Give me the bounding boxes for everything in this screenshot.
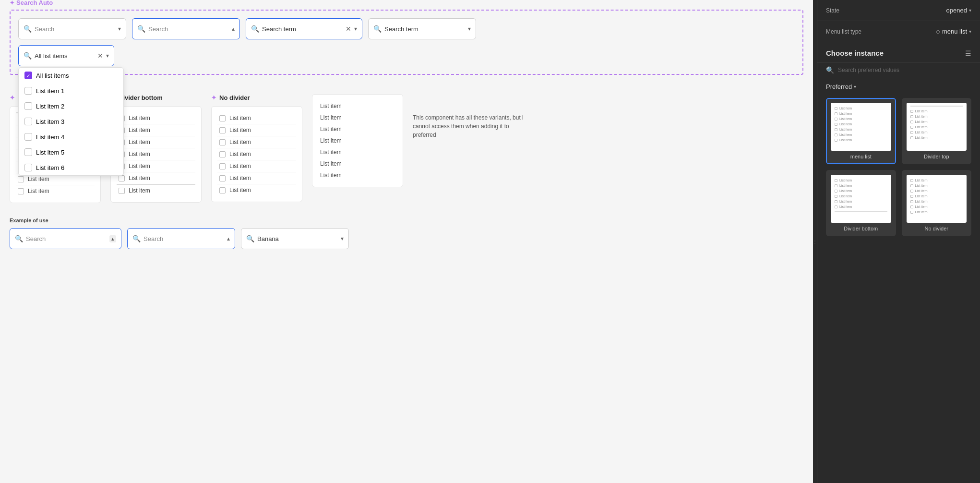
- chevron-down-icon-ex-3: ▾: [341, 235, 344, 242]
- list-item-nd-6[interactable]: List item: [217, 172, 296, 184]
- example-field-2[interactable]: [143, 235, 224, 242]
- list-item-dt-7[interactable]: List item: [16, 185, 95, 197]
- instance-card-menu-list[interactable]: List item List item List item List item …: [826, 98, 896, 164]
- state-row: State opened ▾: [817, 0, 980, 21]
- list-cb-nd-5[interactable]: [219, 163, 226, 169]
- plain-item-4[interactable]: List item: [318, 135, 397, 146]
- dropdown-item-1[interactable]: List item 1: [19, 83, 123, 98]
- example-field-3[interactable]: [257, 235, 338, 242]
- preferred-toggle[interactable]: Preferred ▾: [826, 83, 971, 90]
- search-field-2[interactable]: [148, 25, 229, 33]
- list-item-nd-7[interactable]: List item: [217, 184, 296, 196]
- plain-item-2[interactable]: List item: [318, 112, 397, 123]
- menu-list-type-value-wrapper[interactable]: ◇ menu list ▾: [936, 28, 971, 35]
- dropdown-item-6[interactable]: List item 6: [19, 160, 123, 175]
- example-input-2[interactable]: 🔍 ▴: [127, 228, 235, 249]
- variant-plain-card: List item List item List item List item …: [312, 94, 403, 187]
- diamond-icon-3: ✦: [211, 94, 216, 101]
- list-cb-nd-6[interactable]: [219, 175, 226, 181]
- checkbox-all[interactable]: [24, 72, 32, 79]
- list-item-nd-2[interactable]: List item: [217, 124, 296, 136]
- search-preferred-input[interactable]: [838, 67, 971, 73]
- checkbox-1[interactable]: [24, 87, 32, 95]
- list-item-db-3[interactable]: List item: [117, 136, 195, 148]
- list-cb-dt-6[interactable]: [18, 176, 24, 182]
- list-icon[interactable]: ☰: [965, 49, 971, 57]
- list-item-nd-4[interactable]: List item: [217, 148, 296, 160]
- list-item-db-7[interactable]: List item: [117, 184, 195, 196]
- clear-icon-3[interactable]: ✕: [346, 25, 351, 33]
- checkbox-2[interactable]: [24, 102, 32, 110]
- list-cb-nd-1[interactable]: [219, 115, 226, 121]
- list-cb-nd-2[interactable]: [219, 127, 226, 133]
- list-item-nd-1[interactable]: List item: [217, 112, 296, 124]
- preferred-section: Preferred ▾: [817, 78, 980, 94]
- multiselect-trigger[interactable]: 🔍 All list items ✕ ▾: [18, 45, 114, 66]
- example-input-1[interactable]: 🔍 ▴: [10, 228, 121, 249]
- dropdown-item-all[interactable]: All list items: [19, 68, 123, 83]
- example-field-1[interactable]: [26, 235, 107, 242]
- instance-card-divider-bottom[interactable]: List item List item List item List item …: [826, 170, 896, 236]
- list-item-db-4[interactable]: List item: [117, 148, 195, 160]
- search-input-1[interactable]: 🔍 ▾: [18, 18, 126, 39]
- instance-card-no-divider[interactable]: List item List item List item List item …: [902, 170, 972, 236]
- list-item-db-1[interactable]: List item: [117, 112, 195, 124]
- plain-item-5[interactable]: List item: [318, 146, 397, 158]
- search-field-3[interactable]: [262, 25, 343, 33]
- dropdown-item-5[interactable]: List item 5: [19, 145, 123, 160]
- list-cb-db-6[interactable]: [119, 175, 125, 181]
- list-item-nd-5[interactable]: List item: [217, 160, 296, 172]
- diamond-icon-panel: ◇: [936, 28, 940, 35]
- list-cb-db-7[interactable]: [119, 188, 125, 194]
- list-text-db-2: List item: [129, 127, 150, 133]
- preview-line-1: List item: [835, 106, 887, 111]
- menu-list-type-arrow: ▾: [969, 29, 971, 34]
- choose-instance-title: Choose instance: [826, 49, 884, 57]
- list-cb-nd-4[interactable]: [219, 151, 226, 157]
- list-cb-dt-7[interactable]: [18, 188, 24, 194]
- menu-list-type-label: Menu list type: [826, 28, 861, 35]
- multiselect-row: 🔍 All list items ✕ ▾ All list items: [18, 45, 795, 66]
- variant-no-divider-title: ✦ No divider: [211, 94, 302, 101]
- list-item-db-2[interactable]: List item: [117, 124, 195, 136]
- state-value-wrapper[interactable]: opened ▾: [946, 7, 971, 14]
- plain-item-3[interactable]: List item: [318, 123, 397, 135]
- instance-card-divider-top[interactable]: List item List item List item List item …: [902, 98, 972, 164]
- instance-name-menu-list: menu list: [831, 154, 891, 159]
- list-cb-nd-3[interactable]: [219, 139, 226, 145]
- preferred-label: Preferred: [826, 83, 852, 90]
- list-cb-nd-7[interactable]: [219, 187, 226, 193]
- list-text-db-5: List item: [129, 163, 150, 169]
- checkbox-3[interactable]: [24, 118, 32, 125]
- resize-handle[interactable]: ⋮: [813, 0, 817, 483]
- search-input-3[interactable]: 🔍 ✕ ▾: [246, 18, 362, 39]
- multiselect-dropdown: All list items List item 1 List item 2: [18, 67, 124, 176]
- search-field-4[interactable]: [384, 25, 465, 33]
- search-icon-1: 🔍: [24, 25, 32, 33]
- example-input-3[interactable]: 🔍 ▾: [241, 228, 349, 249]
- search-input-4[interactable]: 🔍 ▾: [368, 18, 476, 39]
- instance-preview-no-divider: List item List item List item List item …: [907, 175, 967, 223]
- plain-item-1[interactable]: List item: [318, 100, 397, 112]
- search-input-2[interactable]: 🔍 ▴: [132, 18, 240, 39]
- list-item-db-5[interactable]: List item: [117, 160, 195, 172]
- checkbox-4[interactable]: [24, 133, 32, 141]
- state-label: State: [826, 7, 839, 14]
- list-item-nd-3[interactable]: List item: [217, 136, 296, 148]
- plain-item-7[interactable]: List item: [318, 169, 397, 181]
- state-dropdown-arrow: ▾: [969, 8, 971, 13]
- dropdown-item-4[interactable]: List item 4: [19, 129, 123, 145]
- list-item-db-6[interactable]: List item: [117, 172, 195, 184]
- clear-icon-multi[interactable]: ✕: [97, 52, 103, 60]
- plain-item-6[interactable]: List item: [318, 158, 397, 169]
- dropdown-item-3[interactable]: List item 3: [19, 114, 123, 129]
- search-field-1[interactable]: [35, 25, 115, 33]
- example-label: Example of use: [10, 217, 803, 223]
- dropdown-item-2[interactable]: List item 2: [19, 98, 123, 114]
- checkbox-5[interactable]: [24, 148, 32, 156]
- checkbox-6[interactable]: [24, 164, 32, 171]
- note-wrapper: This component has all these variants, b…: [413, 109, 528, 139]
- multiselect-wrapper: 🔍 All list items ✕ ▾ All list items: [18, 45, 114, 66]
- dropdown-item-4-label: List item 4: [36, 133, 64, 141]
- arrow-up-btn-1[interactable]: ▴: [109, 235, 116, 242]
